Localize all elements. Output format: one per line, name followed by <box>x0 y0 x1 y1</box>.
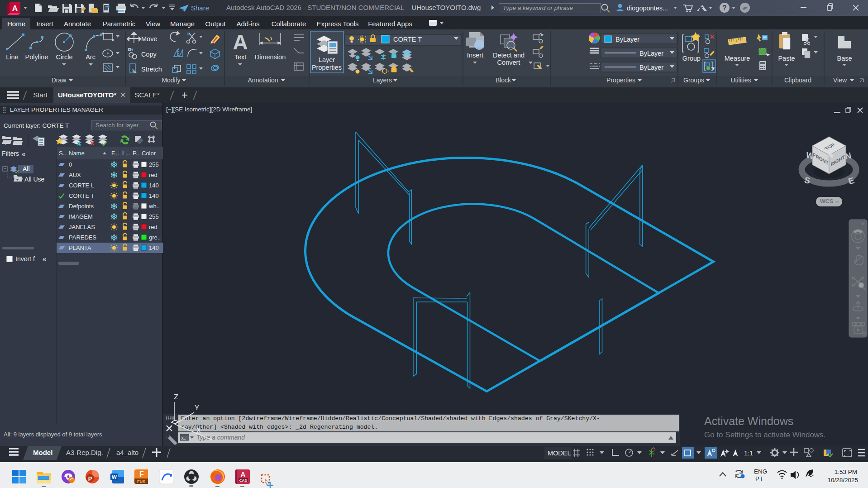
svg-text:Polyline: Polyline <box>25 53 48 61</box>
svg-text:Modify: Modify <box>162 77 180 84</box>
svg-text:PLANTA: PLANTA <box>69 244 91 251</box>
svg-text:ByLayer: ByLayer <box>615 36 639 43</box>
svg-text:A: A <box>233 30 248 54</box>
svg-text:Groups: Groups <box>683 77 704 84</box>
svg-text:X: X <box>196 426 201 435</box>
svg-text:wh..: wh.. <box>148 203 160 210</box>
svg-text:255: 255 <box>149 161 159 168</box>
svg-text:Detect and: Detect and <box>493 52 525 59</box>
svg-text:CORTE T: CORTE T <box>69 192 95 199</box>
svg-text:PT: PT <box>755 475 763 482</box>
svg-text:Properties: Properties <box>312 64 342 71</box>
svg-text:All: All <box>23 165 30 172</box>
svg-text:?: ? <box>722 4 727 12</box>
svg-text:FUS: FUS <box>137 479 145 484</box>
svg-text:140: 140 <box>149 182 159 189</box>
svg-text:Filters: Filters <box>2 150 19 157</box>
svg-text:gre..: gre.. <box>149 234 161 241</box>
svg-text:Draw: Draw <box>52 77 67 84</box>
svg-text:View: View <box>833 77 847 84</box>
svg-text:Move: Move <box>141 35 157 43</box>
svg-text:Color: Color <box>142 150 156 157</box>
svg-text:CORTE L: CORTE L <box>69 182 94 189</box>
svg-text:Circle: Circle <box>56 53 72 61</box>
svg-text:Group: Group <box>682 55 701 62</box>
svg-text:Model: Model <box>33 449 52 456</box>
svg-text:A3-Rep.Dig.: A3-Rep.Dig. <box>66 449 103 456</box>
svg-text:red: red <box>149 224 157 230</box>
svg-text:«: « <box>22 150 25 158</box>
svg-text:Annotation: Annotation <box>248 77 278 84</box>
svg-text:Paste: Paste <box>778 55 795 62</box>
svg-text:P...: P... <box>133 150 141 157</box>
svg-text:Line: Line <box>6 53 18 61</box>
svg-text:F: F <box>139 470 144 478</box>
svg-text:diogopontes...: diogopontes... <box>627 5 668 12</box>
svg-text:Text: Text <box>234 53 247 61</box>
svg-text:Y: Y <box>195 404 199 412</box>
svg-text:Name: Name <box>69 150 85 157</box>
svg-text:ByLayer: ByLayer <box>639 64 663 71</box>
svg-text:Defpoints: Defpoints <box>69 203 94 210</box>
svg-text:S..: S.. <box>59 150 66 157</box>
svg-text:red: red <box>149 172 157 178</box>
svg-text:PAREDES: PAREDES <box>69 234 96 241</box>
svg-text:1:53 PM: 1:53 PM <box>835 469 857 475</box>
svg-text:10/28/2025: 10/28/2025 <box>827 477 858 483</box>
svg-text:P: P <box>88 475 92 482</box>
svg-text:1:1: 1:1 <box>744 450 753 457</box>
svg-text:ByLayer: ByLayer <box>639 50 663 57</box>
svg-text:Measure: Measure <box>725 55 750 62</box>
svg-text:0: 0 <box>69 161 72 168</box>
svg-text:140: 140 <box>149 244 159 251</box>
svg-text:L...: L... <box>122 150 130 157</box>
svg-text:All Use: All Use <box>24 176 45 183</box>
svg-text:Dimension: Dimension <box>255 53 286 61</box>
svg-text:IMAGEM: IMAGEM <box>69 213 93 220</box>
svg-text:CAD: CAD <box>239 478 248 483</box>
svg-text:Share: Share <box>191 4 209 12</box>
svg-text:Copy: Copy <box>141 51 157 58</box>
svg-text:JANELAS: JANELAS <box>69 224 95 230</box>
svg-text:W: W <box>112 474 117 480</box>
svg-text:A: A <box>241 470 246 478</box>
svg-text:140: 140 <box>149 192 159 199</box>
svg-text:Layer: Layer <box>319 56 335 63</box>
svg-text:F...: F... <box>111 150 119 157</box>
svg-text:Arc: Arc <box>86 53 95 61</box>
svg-text:Stretch: Stretch <box>141 66 162 73</box>
svg-text:AUX: AUX <box>69 172 81 178</box>
svg-text:Clipboard: Clipboard <box>784 77 811 84</box>
svg-text:MODEL: MODEL <box>548 450 571 457</box>
svg-text:Convert: Convert <box>497 59 520 66</box>
svg-text:Layers: Layers <box>373 77 392 84</box>
svg-text:Z: Z <box>174 393 178 402</box>
svg-text:CORTE T: CORTE T <box>393 36 422 43</box>
svg-text:Properties: Properties <box>606 77 635 84</box>
svg-text:Base: Base <box>837 55 852 62</box>
svg-text:ENG: ENG <box>754 468 767 475</box>
svg-text:Block: Block <box>496 77 511 84</box>
svg-text:Insert: Insert <box>467 52 483 59</box>
svg-text:255: 255 <box>149 213 159 220</box>
svg-text:a4_alto: a4_alto <box>116 449 138 456</box>
svg-text:A: A <box>12 4 18 13</box>
svg-text:Utilities: Utilities <box>730 77 751 84</box>
